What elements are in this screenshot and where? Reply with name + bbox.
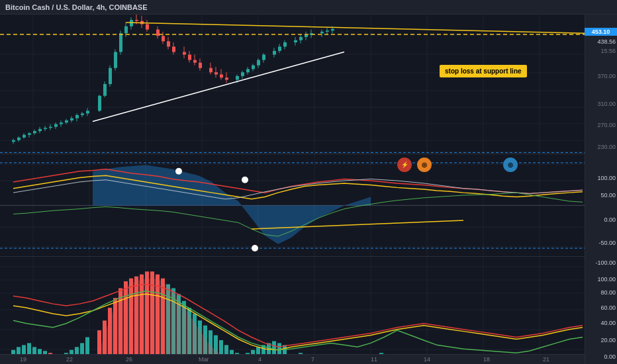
- current-price-box: 453.10: [585, 28, 617, 36]
- price-axis: 453.10453.10438.5615:56370.00310.00270.0…: [585, 15, 617, 364]
- date-label: 4: [258, 356, 261, 363]
- date-label: 14: [424, 356, 430, 363]
- date-label: 18: [483, 356, 490, 363]
- ind2-price-label: 40.00: [600, 320, 616, 326]
- date-labels: 192226Mar4711141821: [0, 354, 585, 364]
- date-label: 11: [371, 356, 377, 363]
- price-axis-label: 270.00: [597, 122, 616, 128]
- ind2-price-label: 100.00: [597, 276, 616, 283]
- indicator-icon-1[interactable]: ⚡: [397, 158, 412, 172]
- price-chart-canvas: [0, 15, 585, 154]
- price-axis-label: 230.00: [597, 144, 616, 150]
- ind1-price-label: 0.00: [604, 216, 616, 223]
- ind2-price-label: 20.00: [600, 337, 616, 343]
- indicator-icon-3[interactable]: ◎: [503, 158, 518, 172]
- indicator-panel-1: ⚡ ◎ ◎: [0, 154, 585, 256]
- date-label: 7: [311, 356, 314, 363]
- date-label: 21: [543, 356, 549, 363]
- price-axis-label: 438.56: [597, 38, 616, 45]
- ind1-price-label: -100.00: [595, 259, 616, 266]
- current-price-value: 453.10: [585, 28, 617, 35]
- ind1-price-label: 100.00: [597, 175, 616, 181]
- chart-container: Bitcoin Cash / U.S. Dollar, 4h, COINBASE…: [0, 0, 617, 364]
- price-axis-label: 15:56: [600, 48, 616, 54]
- ind2-price-label: 80.00: [600, 289, 616, 296]
- ind1-price-label: 50.00: [600, 192, 616, 199]
- date-label: 19: [20, 356, 26, 363]
- date-label: 26: [126, 356, 132, 363]
- stop-loss-annotation: stop loss at support line: [440, 65, 527, 77]
- date-label: Mar: [199, 356, 209, 363]
- price-axis-label: 370.00: [597, 73, 616, 79]
- ind2-price-label: 60.00: [600, 304, 616, 311]
- indicator-icon-2[interactable]: ◎: [417, 158, 432, 172]
- indicator1-canvas: [0, 154, 585, 256]
- chart-title: Bitcoin Cash / U.S. Dollar, 4h, COINBASE: [5, 3, 148, 11]
- chart-header: Bitcoin Cash / U.S. Dollar, 4h, COINBASE: [0, 0, 617, 15]
- ind2-price-label: 0.00: [604, 353, 616, 360]
- ind1-price-label: -50.00: [598, 240, 616, 246]
- indicator-panel-2: [0, 256, 585, 364]
- main-chart: [0, 15, 585, 154]
- date-label: 22: [66, 356, 73, 363]
- price-axis-label: 310.00: [597, 101, 616, 107]
- indicator2-canvas: [0, 257, 585, 364]
